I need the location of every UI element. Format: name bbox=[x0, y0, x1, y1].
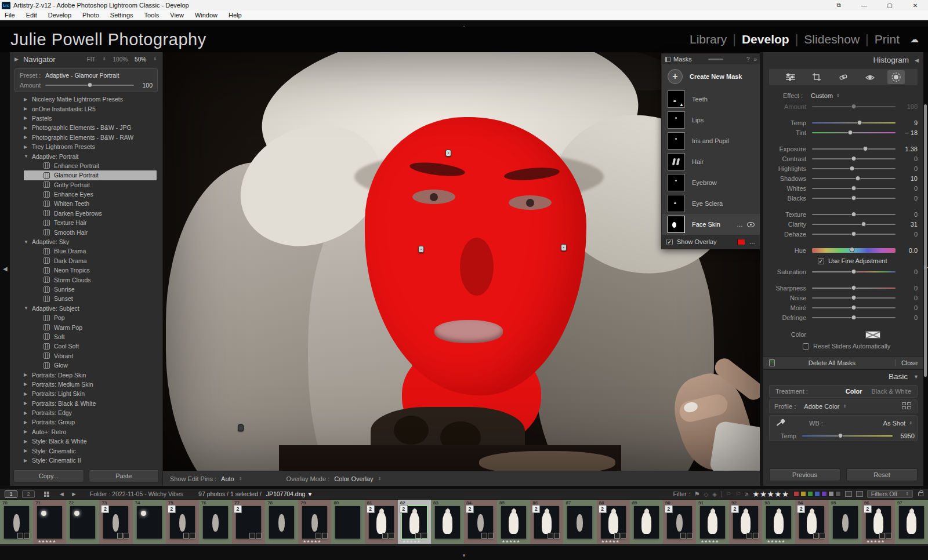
photo-thumbnail[interactable] bbox=[634, 506, 659, 539]
filmstrip-cell[interactable]: 84 2 ★★★★★ bbox=[464, 500, 497, 544]
histogram-header[interactable]: Histogram ◀ bbox=[763, 52, 923, 67]
preset-row[interactable]: Warm Pop bbox=[24, 322, 162, 332]
bottom-collapse-strip[interactable]: ▼ bbox=[0, 544, 928, 560]
mask-row[interactable]: ▲ Lips … bbox=[662, 110, 760, 130]
masks-drag-handle[interactable] bbox=[708, 59, 723, 60]
preset-row[interactable]: Dark Drama bbox=[24, 256, 162, 266]
preset-row[interactable]: ▶ Style: Cinematic bbox=[24, 446, 162, 455]
slider-handle[interactable] bbox=[851, 104, 857, 109]
preset-row[interactable]: ▶ Portraits: Edgy bbox=[24, 408, 162, 417]
healing-tool-icon[interactable] bbox=[835, 70, 852, 84]
masks-panel-header[interactable]: Masks ? » bbox=[662, 54, 760, 64]
menu-item[interactable]: View bbox=[170, 12, 184, 19]
filmstrip-cell[interactable]: 94 2 ★★★★★ bbox=[795, 500, 828, 544]
color-label-swatch[interactable] bbox=[835, 491, 841, 497]
slider-track[interactable] bbox=[812, 155, 896, 162]
basic-panel-header[interactable]: Basic ▼ bbox=[763, 369, 923, 383]
slider-track[interactable] bbox=[812, 145, 896, 152]
color-label-swatch[interactable] bbox=[828, 491, 834, 497]
cloud-sync-icon[interactable]: ☁ bbox=[910, 34, 928, 45]
slider-handle[interactable] bbox=[851, 156, 857, 161]
module-tab[interactable]: Print bbox=[875, 32, 900, 46]
preset-row[interactable]: ▶ Portraits: Black & White bbox=[24, 399, 162, 408]
preset-row[interactable]: Enhance Portrait bbox=[24, 161, 162, 170]
menu-item[interactable]: Settings bbox=[110, 12, 133, 19]
current-filename[interactable]: JP107704.dng ▼ bbox=[266, 490, 313, 497]
preset-row[interactable]: Sunrise bbox=[24, 285, 162, 294]
filmstrip-cell[interactable]: 78 2 ★★★★★ bbox=[265, 500, 298, 544]
menu-item[interactable]: Edit bbox=[26, 12, 37, 19]
slider-handle[interactable] bbox=[855, 176, 861, 181]
preset-row[interactable]: Gritty Portrait bbox=[24, 180, 162, 190]
preset-row[interactable]: ▼ Adaptive: Subject bbox=[24, 304, 162, 313]
preset-row[interactable]: ▶ Portraits: Group bbox=[24, 417, 162, 427]
filmstrip-cell[interactable]: 88 2 ★★★★★ bbox=[597, 500, 630, 544]
thumb-filter-icon[interactable] bbox=[845, 491, 852, 497]
mask-row[interactable]: ▲ Face Skin … bbox=[662, 214, 760, 235]
slider-track[interactable] bbox=[812, 210, 896, 218]
photo-thumbnail[interactable] bbox=[37, 506, 62, 539]
menu-item[interactable]: Photo bbox=[82, 12, 99, 19]
copy-button[interactable]: Copy... bbox=[13, 470, 84, 482]
preset-row[interactable]: Whiten Teeth bbox=[24, 199, 162, 208]
masking-tool-icon[interactable] bbox=[887, 70, 905, 84]
close-masking-button[interactable]: Close bbox=[901, 359, 918, 366]
preset-row[interactable]: Pop bbox=[24, 313, 162, 322]
filmstrip-cell[interactable]: 86 2 ★★★★★ bbox=[530, 500, 563, 544]
workspace-icon[interactable]: ⧉ bbox=[826, 0, 851, 10]
slider-handle[interactable] bbox=[861, 221, 867, 227]
slider-track[interactable] bbox=[812, 184, 896, 192]
slider-track[interactable] bbox=[812, 230, 896, 238]
slider-track[interactable] bbox=[812, 284, 896, 292]
preset-row[interactable]: Smooth Hair bbox=[24, 227, 162, 237]
slider-track[interactable] bbox=[812, 165, 896, 172]
module-tab[interactable]: Develop bbox=[742, 32, 789, 46]
edit-pin[interactable] bbox=[561, 244, 567, 251]
photo-thumbnail[interactable] bbox=[833, 506, 858, 539]
slider-handle[interactable] bbox=[851, 305, 857, 310]
masks-dock-icon[interactable]: » bbox=[753, 56, 757, 63]
mask-visibility-icon[interactable] bbox=[747, 222, 755, 227]
preset-row[interactable]: ▶ Photographic Elements - B&W - JPG bbox=[24, 123, 162, 132]
slider-handle[interactable] bbox=[851, 212, 857, 217]
sort-flag2-icon[interactable]: ⚐ bbox=[735, 490, 741, 498]
close-button[interactable]: ✕ bbox=[902, 0, 928, 10]
slider-handle[interactable] bbox=[863, 146, 868, 151]
slider-track[interactable] bbox=[812, 268, 896, 275]
back-arrow-icon[interactable]: ◄ bbox=[59, 490, 65, 497]
filmstrip-cell[interactable]: 91 2 ★★★★★ bbox=[696, 500, 729, 544]
edit-pin[interactable] bbox=[418, 246, 424, 253]
overlay-spinner-icon[interactable]: ⇕ bbox=[378, 477, 381, 481]
flag-rejected-icon[interactable]: ◈ bbox=[712, 491, 717, 497]
preset-row[interactable]: ▶ Photographic Elements - B&W - RAW bbox=[24, 133, 162, 142]
mask-row[interactable]: ▲ Teeth … bbox=[662, 89, 760, 110]
profile-spinner-icon[interactable]: ⇕ bbox=[843, 404, 846, 409]
slider-track[interactable] bbox=[812, 304, 896, 311]
filmstrip-cell[interactable]: 76 2 ★★★★★ bbox=[199, 500, 232, 544]
slider-track[interactable] bbox=[812, 314, 896, 321]
main-window-button[interactable]: 1 bbox=[5, 490, 17, 498]
collapse-right-icon[interactable]: ▶ bbox=[924, 264, 928, 270]
mask-row[interactable]: ▲ Eyebrow … bbox=[662, 172, 760, 193]
preset-row[interactable]: ▶ Style: Black & White bbox=[24, 437, 162, 446]
flag-picked-icon[interactable]: ⚑ bbox=[694, 490, 700, 498]
mask-row[interactable]: ▲ Hair … bbox=[662, 151, 760, 172]
flag-unflagged-icon[interactable]: ◇ bbox=[704, 491, 709, 497]
slider-track[interactable] bbox=[802, 432, 893, 439]
slider-handle[interactable] bbox=[851, 269, 857, 274]
filmstrip-cell[interactable]: 90 2 ★★★★★ bbox=[663, 500, 696, 544]
top-panel-collapse-strip[interactable]: ▲ bbox=[0, 20, 928, 27]
slider-track[interactable] bbox=[812, 246, 896, 254]
filmstrip-cell[interactable]: 77 2 ★★★★★ bbox=[232, 500, 265, 544]
menu-item[interactable]: File bbox=[5, 12, 15, 19]
navigator-header[interactable]: ▶ Navigator FIT ⇕ 100% 50% ⇕ bbox=[10, 52, 162, 66]
photo-thumbnail[interactable] bbox=[766, 506, 791, 539]
color-label-swatch[interactable] bbox=[821, 491, 827, 497]
preset-row[interactable]: Soft bbox=[24, 332, 162, 341]
slider-track[interactable] bbox=[812, 294, 896, 301]
slider-handle[interactable] bbox=[848, 130, 853, 135]
edit-pin[interactable] bbox=[238, 424, 244, 431]
filmstrip-cell[interactable]: 81 2 ★★★★★ bbox=[365, 500, 398, 544]
overlay-options-icon[interactable]: … bbox=[749, 239, 756, 245]
filmstrip-cell[interactable]: 82 2 ★★★★★ bbox=[398, 500, 431, 544]
